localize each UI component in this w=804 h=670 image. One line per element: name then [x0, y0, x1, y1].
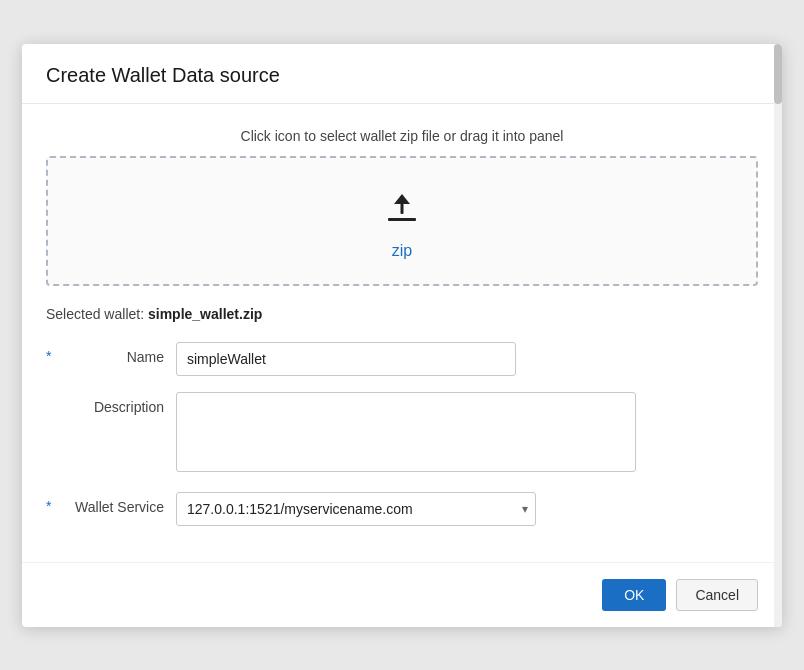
scrollbar-thumb[interactable]: [774, 44, 782, 104]
wallet-service-label-col: * Wallet Service: [46, 492, 176, 515]
dialog-title: Create Wallet Data source: [46, 64, 758, 87]
cancel-button[interactable]: Cancel: [676, 579, 758, 611]
wallet-service-required-star: *: [46, 498, 51, 514]
dialog-body: Click icon to select wallet zip file or …: [22, 104, 782, 562]
dialog-footer: OK Cancel: [22, 562, 782, 627]
description-input-col: [176, 392, 758, 476]
wallet-service-form-row: * Wallet Service 127.0.0.1:1521/myservic…: [46, 492, 758, 526]
ok-button[interactable]: OK: [602, 579, 666, 611]
name-input-col: [176, 342, 758, 376]
name-label-col: * Name: [46, 342, 176, 365]
upload-instruction: Click icon to select wallet zip file or …: [46, 128, 758, 144]
selected-wallet-row: Selected wallet: simple_wallet.zip: [46, 306, 758, 322]
description-label-col: Description: [46, 392, 176, 415]
description-label: Description: [94, 399, 164, 415]
name-label: Name: [127, 349, 164, 365]
scrollbar-track[interactable]: [774, 44, 782, 627]
create-wallet-dialog: Create Wallet Data source Click icon to …: [22, 44, 782, 627]
wallet-service-select[interactable]: 127.0.0.1:1521/myservicename.com: [176, 492, 536, 526]
dialog-wrapper: Create Wallet Data source Click icon to …: [0, 0, 804, 670]
wallet-service-label: Wallet Service: [75, 499, 164, 515]
svg-rect-0: [388, 218, 416, 221]
name-input[interactable]: [176, 342, 516, 376]
upload-drop-zone[interactable]: zip: [46, 156, 758, 286]
svg-marker-2: [394, 194, 410, 204]
name-form-row: * Name: [46, 342, 758, 376]
selected-wallet-prefix: Selected wallet:: [46, 306, 144, 322]
name-required-star: *: [46, 348, 51, 364]
wallet-service-input-col: 127.0.0.1:1521/myservicename.com ▾: [176, 492, 758, 526]
selected-wallet-filename: simple_wallet.zip: [148, 306, 262, 322]
upload-icon: [384, 190, 420, 234]
upload-zip-label: zip: [392, 242, 412, 260]
wallet-service-select-wrapper: 127.0.0.1:1521/myservicename.com ▾: [176, 492, 536, 526]
dialog-header: Create Wallet Data source: [22, 44, 782, 104]
description-form-row: Description: [46, 392, 758, 476]
description-textarea[interactable]: [176, 392, 636, 472]
